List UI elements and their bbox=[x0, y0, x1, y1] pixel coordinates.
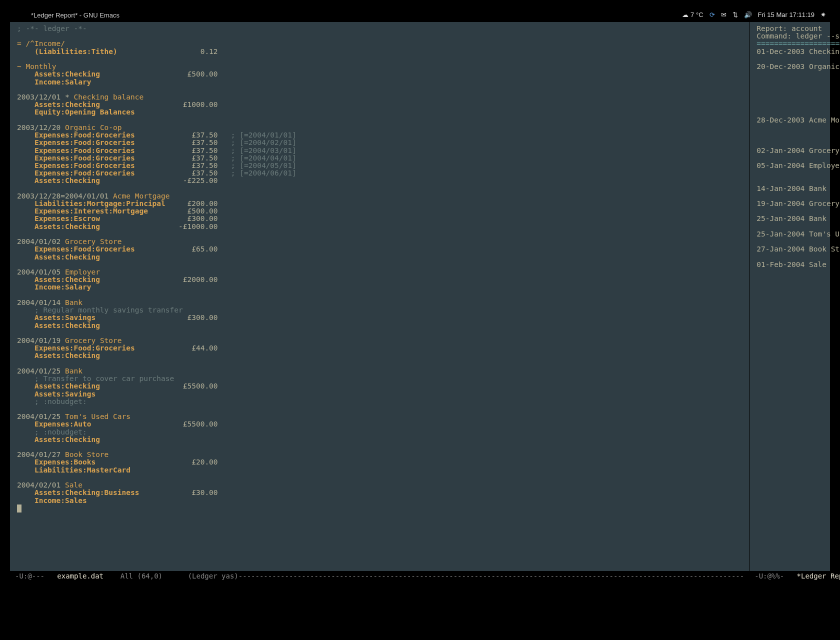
titlebar: *Ledger Report* - GNU Emacs ☁ 7 °C ⟳ ✉ ⇅… bbox=[10, 10, 830, 22]
mail-icon[interactable]: ✉ bbox=[721, 11, 726, 18]
clock[interactable]: Fri 15 Mar 17:11:19 bbox=[758, 11, 814, 18]
network-icon[interactable]: ⇅ bbox=[732, 11, 738, 18]
modeline-left: -U:@--- example.dat All (64,0) (Ledger y… bbox=[10, 571, 749, 582]
buffer-ledger-report[interactable]: Report: account Command: ledger --sort d… bbox=[749, 22, 840, 582]
weather-indicator[interactable]: ☁ 7 °C bbox=[682, 11, 703, 18]
volume-icon[interactable]: 🔊 bbox=[744, 11, 752, 18]
settings-icon[interactable]: ✷ bbox=[820, 11, 826, 18]
modeline-right: -U:@%%- *Ledger Report* All (4,0) (Ledge… bbox=[750, 571, 840, 582]
buffer-ledger-source[interactable]: ; -*- ledger -*- = /^Income/ (Liabilitie… bbox=[10, 22, 749, 582]
refresh-icon[interactable]: ⟳ bbox=[710, 11, 715, 18]
window-title: *Ledger Report* - GNU Emacs bbox=[31, 12, 120, 19]
